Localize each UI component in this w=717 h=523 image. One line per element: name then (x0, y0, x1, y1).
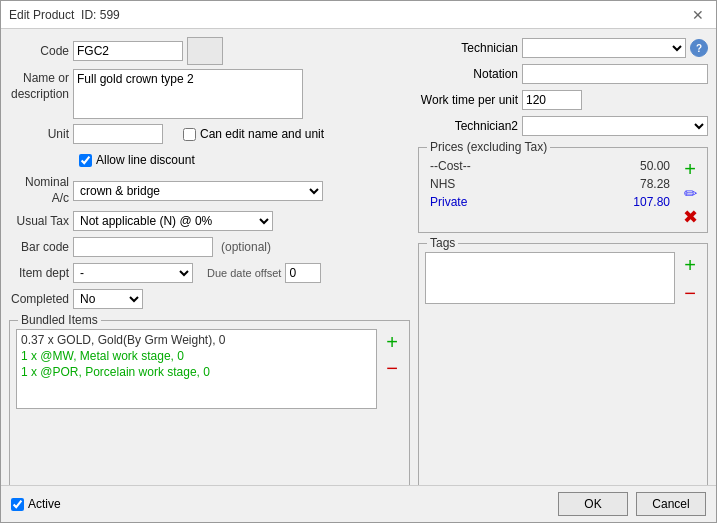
tags-list (425, 252, 675, 304)
price-name-cost: --Cost-- (427, 158, 554, 174)
worktime-label: Work time per unit (418, 93, 518, 107)
price-edit-button[interactable]: ✏ (679, 182, 701, 204)
price-value-cost: 50.00 (556, 158, 673, 174)
bundled-buttons: + − (381, 329, 403, 379)
tags-group: Tags + − (418, 243, 708, 514)
completed-row: Completed No Yes (9, 288, 410, 310)
technician-label: Technician (418, 41, 518, 55)
bundled-add-button[interactable]: + (381, 331, 403, 353)
worktime-input[interactable] (522, 90, 582, 110)
dialog-content: Code Name ordescription Full gold crown … (1, 29, 716, 522)
dialog-footer: Active OK Cancel (1, 485, 716, 522)
allow-discount-checkbox-row: Allow line discount (79, 153, 195, 167)
tag-add-button[interactable]: + (679, 254, 701, 276)
itemdept-row: Item dept - Due date offset (9, 262, 410, 284)
name-label: Name ordescription (9, 71, 69, 102)
prices-group: Prices (excluding Tax) --Cost-- 50.00 NH… (418, 147, 708, 233)
price-add-button[interactable]: + (679, 158, 701, 180)
unit-row: Unit Can edit name and unit (9, 123, 410, 145)
code-row: Code (9, 37, 410, 65)
due-date-label: Due date offset (207, 266, 281, 280)
tax-select[interactable]: Not applicable (N) @ 0% (73, 211, 273, 231)
info-button[interactable]: ? (690, 39, 708, 57)
worktime-row: Work time per unit (418, 89, 708, 111)
code-color-swatch (187, 37, 223, 65)
technician2-row: Technician2 (418, 115, 708, 137)
bundled-label: Bundled Items (18, 313, 101, 327)
edit-product-dialog: Edit Product ID: 599 ✕ Code Name ordescr… (0, 0, 717, 523)
completed-select[interactable]: No Yes (73, 289, 143, 309)
tax-row: Usual Tax Not applicable (N) @ 0% (9, 210, 410, 232)
price-name-nhs: NHS (427, 176, 554, 192)
bundled-list: 0.37 x GOLD, Gold(By Grm Weight), 0 1 x … (16, 329, 377, 409)
completed-label: Completed (9, 292, 69, 306)
technician2-label: Technician2 (418, 119, 518, 133)
bundled-item-1: 0.37 x GOLD, Gold(By Grm Weight), 0 (19, 332, 374, 348)
right-inner: Technician ? Notation Work time per unit… (418, 37, 708, 514)
barcode-row: Bar code (optional) (9, 236, 410, 258)
dialog-title: Edit Product ID: 599 (9, 8, 120, 22)
price-value-private: 107.80 (556, 194, 673, 210)
allow-discount-row: Allow line discount (9, 149, 410, 171)
ok-button[interactable]: OK (558, 492, 628, 516)
itemdept-select[interactable]: - (73, 263, 193, 283)
bundled-item-2: 1 x @MW, Metal work stage, 0 (19, 348, 374, 364)
title-bar: Edit Product ID: 599 ✕ (1, 1, 716, 29)
can-edit-checkbox-row: Can edit name and unit (183, 127, 324, 141)
barcode-optional: (optional) (221, 240, 271, 254)
prices-area: --Cost-- 50.00 NHS 78.28 Private 107.80 (425, 156, 701, 228)
technician2-select[interactable] (522, 116, 708, 136)
unit-input[interactable] (73, 124, 163, 144)
prices-label: Prices (excluding Tax) (427, 140, 550, 154)
active-checkbox[interactable] (11, 498, 24, 511)
barcode-input[interactable] (73, 237, 213, 257)
name-input[interactable]: Full gold crown type 2 (73, 69, 303, 119)
right-panel: Technician ? Notation Work time per unit… (418, 37, 708, 514)
due-date-row: Due date offset (197, 263, 410, 283)
technician-row: Technician ? (418, 37, 708, 59)
left-panel: Code Name ordescription Full gold crown … (9, 37, 410, 514)
code-label: Code (9, 44, 69, 58)
price-row-private: Private 107.80 (427, 194, 673, 210)
price-value-nhs: 78.28 (556, 176, 673, 192)
title-id: ID: 599 (81, 8, 120, 22)
tag-remove-button[interactable]: − (679, 282, 701, 304)
technician-select[interactable] (522, 38, 686, 58)
close-button[interactable]: ✕ (688, 8, 708, 22)
nominal-label: NominalA/c (9, 175, 69, 206)
nominal-row: NominalA/c crown & bridge (9, 175, 410, 206)
can-edit-checkbox[interactable] (183, 128, 196, 141)
price-row-cost: --Cost-- 50.00 (427, 158, 673, 174)
itemdept-label: Item dept (9, 266, 69, 280)
active-checkbox-row: Active (11, 497, 61, 511)
tags-area: + − (425, 252, 701, 304)
unit-label: Unit (9, 127, 69, 141)
active-label: Active (28, 497, 61, 511)
tax-label: Usual Tax (9, 214, 69, 228)
prices-buttons: + ✏ ✖ (679, 156, 701, 228)
name-row: Name ordescription Full gold crown type … (9, 69, 410, 119)
notation-input[interactable] (522, 64, 708, 84)
price-remove-button[interactable]: ✖ (679, 206, 701, 228)
nominal-select[interactable]: crown & bridge (73, 181, 323, 201)
tags-buttons: + − (679, 252, 701, 304)
notation-label: Notation (418, 67, 518, 81)
title-edit-product: Edit Product (9, 8, 74, 22)
barcode-label: Bar code (9, 240, 69, 254)
price-row-nhs: NHS 78.28 (427, 176, 673, 192)
bundled-content: 0.37 x GOLD, Gold(By Grm Weight), 0 1 x … (16, 329, 403, 409)
bundled-remove-button[interactable]: − (381, 357, 403, 379)
code-input[interactable] (73, 41, 183, 61)
notation-row: Notation (418, 63, 708, 85)
prices-list: --Cost-- 50.00 NHS 78.28 Private 107.80 (425, 156, 675, 228)
prices-table: --Cost-- 50.00 NHS 78.28 Private 107.80 (425, 156, 675, 212)
can-edit-label: Can edit name and unit (200, 127, 324, 141)
cancel-button[interactable]: Cancel (636, 492, 706, 516)
price-name-private: Private (427, 194, 554, 210)
tags-label: Tags (427, 236, 458, 250)
due-date-input[interactable] (285, 263, 321, 283)
allow-discount-label: Allow line discount (96, 153, 195, 167)
bundled-item-3: 1 x @POR, Porcelain work stage, 0 (19, 364, 374, 380)
allow-discount-checkbox[interactable] (79, 154, 92, 167)
